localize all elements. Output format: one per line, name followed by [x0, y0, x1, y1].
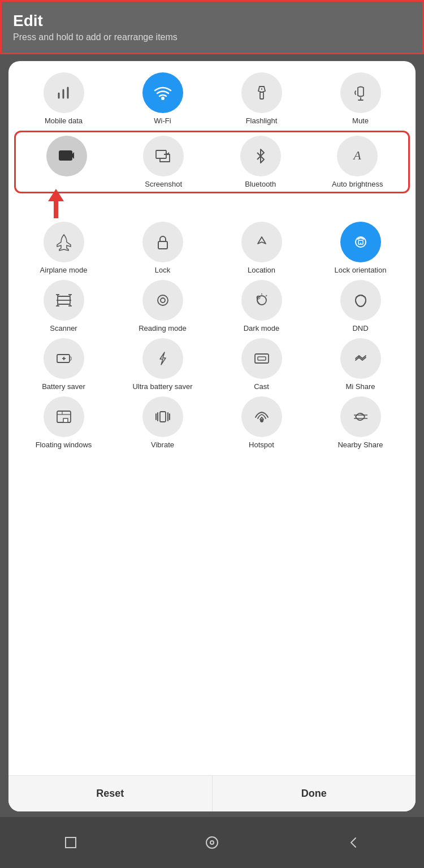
auto-brightness-icon: A [348, 146, 367, 166]
lock-orientation-circle[interactable] [340, 222, 381, 262]
nav-bar [0, 817, 424, 868]
arrow-body [54, 201, 58, 218]
reset-button[interactable]: Reset [8, 776, 213, 811]
svg-rect-39 [255, 354, 269, 363]
tile-reading-mode[interactable]: Reading mode [119, 280, 206, 332]
svg-line-33 [266, 295, 267, 296]
airplane-circle[interactable] [44, 222, 84, 262]
tile-flashlight[interactable]: Flashlight [218, 72, 305, 125]
tile-hotspot[interactable]: Hotspot [218, 396, 305, 449]
tile-screen-record[interactable] [23, 136, 110, 188]
tile-nearby-share[interactable]: Nearby Share [317, 396, 404, 449]
tile-bluetooth[interactable]: Bluetooth [217, 136, 304, 188]
tile-battery-saver[interactable]: Battery saver [20, 338, 107, 391]
tile-airplane[interactable]: Airplane mode [20, 222, 107, 274]
mobile-data-label: Mobile data [45, 116, 83, 125]
mute-icon [351, 83, 370, 102]
hotspot-circle[interactable] [241, 396, 282, 437]
tile-ultra-battery[interactable]: Ultra battery saver [119, 338, 206, 391]
tile-lock[interactable]: Lock [119, 222, 206, 274]
mi-share-label: Mi Share [345, 382, 375, 391]
lock-icon [153, 232, 172, 252]
dnd-circle[interactable] [340, 280, 381, 321]
tile-mute[interactable]: Mute [317, 72, 404, 125]
screen-record-circle[interactable] [46, 136, 87, 176]
tile-screenshot[interactable]: Screenshot [120, 136, 207, 188]
bottom-buttons: Reset Done [8, 775, 416, 811]
tile-dark-mode[interactable]: Dark mode [218, 280, 305, 332]
arrow-head [48, 189, 64, 201]
cast-circle[interactable] [241, 338, 282, 379]
nearby-share-circle[interactable] [340, 396, 381, 437]
hotspot-label: Hotspot [249, 441, 274, 449]
tile-scanner[interactable]: Scanner [20, 280, 107, 332]
battery-saver-icon [54, 349, 73, 368]
location-icon [252, 232, 271, 252]
airplane-label: Airplane mode [40, 266, 88, 274]
tile-floating-windows[interactable]: Floating windows [20, 396, 107, 449]
tile-location[interactable]: Location [218, 222, 305, 274]
battery-saver-label: Battery saver [42, 382, 85, 391]
tile-vibrate[interactable]: Vibrate [119, 396, 206, 449]
dnd-icon [351, 291, 370, 310]
floating-windows-circle[interactable] [44, 396, 84, 437]
tile-lock-orientation[interactable]: Lock orientation [317, 222, 404, 274]
row-1: Mobile data Wi-Fi [14, 72, 410, 125]
nearby-share-label: Nearby Share [338, 441, 383, 449]
tile-wifi[interactable]: Wi-Fi [119, 72, 206, 125]
edit-subtitle: Press and hold to add or rearrange items [13, 32, 411, 42]
tile-mi-share[interactable]: Mi Share [317, 338, 404, 391]
bluetooth-circle[interactable] [240, 136, 281, 176]
location-circle[interactable] [241, 222, 282, 262]
svg-marker-38 [160, 352, 166, 365]
floating-windows-icon [54, 407, 73, 426]
mute-circle[interactable] [340, 72, 381, 113]
lock-label: Lock [155, 266, 170, 274]
ultra-battery-label: Ultra battery saver [132, 382, 192, 391]
nav-square-icon [63, 835, 79, 850]
main-panel: Mobile data Wi-Fi [8, 61, 416, 811]
svg-rect-40 [258, 357, 266, 360]
wifi-label: Wi-Fi [154, 116, 171, 125]
bluetooth-label: Bluetooth [245, 180, 276, 188]
tile-dnd[interactable]: DND [317, 280, 404, 332]
svg-rect-14 [158, 241, 167, 249]
nav-home-button[interactable] [201, 831, 223, 854]
battery-saver-circle[interactable] [44, 338, 84, 379]
screenshot-circle[interactable] [143, 136, 184, 176]
vibrate-circle[interactable] [142, 396, 183, 437]
tile-mobile-data[interactable]: Mobile data [20, 72, 107, 125]
ultra-battery-circle[interactable] [142, 338, 183, 379]
scanner-circle[interactable] [44, 280, 84, 321]
nav-square-button[interactable] [59, 831, 82, 854]
tile-cast[interactable]: Cast [218, 338, 305, 391]
wifi-icon [152, 82, 174, 103]
mobile-data-circle[interactable] [44, 72, 84, 113]
dark-mode-circle[interactable] [241, 280, 282, 321]
tile-auto-brightness[interactable]: A Auto brightness [314, 136, 401, 188]
nearby-share-icon [351, 407, 370, 426]
scanner-label: Scanner [50, 324, 77, 332]
nav-back-button[interactable] [342, 831, 365, 854]
svg-point-28 [158, 295, 168, 305]
done-button[interactable]: Done [213, 776, 416, 811]
flashlight-icon [252, 83, 271, 102]
svg-point-53 [210, 841, 214, 844]
svg-rect-35 [70, 357, 71, 360]
flashlight-circle[interactable] [241, 72, 282, 113]
reading-mode-circle[interactable] [142, 280, 183, 321]
svg-point-29 [161, 298, 165, 303]
cast-label: Cast [254, 382, 269, 391]
ultra-battery-icon [153, 349, 172, 368]
hotspot-icon [252, 407, 271, 426]
row-5: Battery saver Ultra battery saver [14, 338, 410, 391]
dark-mode-label: Dark mode [244, 324, 280, 332]
vibrate-label: Vibrate [151, 441, 174, 449]
auto-brightness-circle[interactable]: A [337, 136, 378, 176]
reading-mode-icon [153, 291, 172, 310]
svg-point-52 [206, 837, 218, 848]
wifi-circle[interactable] [142, 72, 183, 113]
mi-share-circle[interactable] [340, 338, 381, 379]
lock-circle[interactable] [142, 222, 183, 262]
tiles-area: Mobile data Wi-Fi [8, 61, 416, 775]
